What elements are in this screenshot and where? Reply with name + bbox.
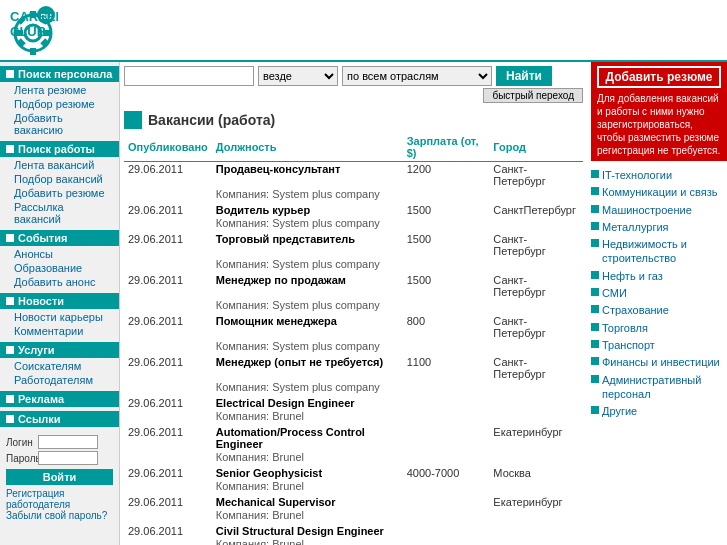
vacancies-title: Вакансии (работа) (148, 112, 275, 128)
company-row: Компания: Brunel (124, 538, 583, 545)
table-row: 29.06.2011 Продавец-консультант 1200 Сан… (124, 162, 583, 189)
sidebar-item-comments[interactable]: Комментарии (0, 324, 119, 338)
table-row: 29.06.2011 Civil Structural Design Engin… (124, 524, 583, 538)
sidebar-item-lens-resume[interactable]: Лента резюме (0, 83, 119, 97)
title-cell: Civil Structural Design Engineer (212, 524, 403, 538)
salary-cell (403, 495, 490, 509)
content-area: везде по всем отраслям Найти быстрый пер… (120, 62, 587, 545)
industry-item: СМИ (591, 285, 727, 301)
industry-link[interactable]: Транспорт (602, 338, 655, 352)
title-cell: Senior Geophysicist (212, 466, 403, 480)
add-resume-box: Добавить резюме Для добавления вакансий … (591, 62, 727, 161)
title-cell: Mechanical Supervisor (212, 495, 403, 509)
sidebar-item-podbor-resume[interactable]: Подбор резюме (0, 97, 119, 111)
industry-select[interactable]: по всем отраслям (342, 66, 492, 86)
job-link[interactable]: Помощник менеджера (216, 315, 337, 327)
job-link[interactable]: Водитель курьер (216, 204, 310, 216)
industry-item: Недвижимость и строительство (591, 236, 727, 267)
company-spacer (124, 217, 212, 232)
sidebar-section-events: События Анонсы Образование Добавить анон… (0, 230, 119, 289)
industry-item: Транспорт (591, 337, 727, 353)
table-row: 29.06.2011 Водитель курьер 1500 СанктПет… (124, 203, 583, 217)
city-cell: Екатеринбург (489, 495, 583, 509)
industry-link[interactable]: Финансы и инвестиции (602, 355, 720, 369)
company-spacer (124, 258, 212, 273)
search-input[interactable] (124, 66, 254, 86)
industry-link[interactable]: Коммуникации и связь (602, 185, 717, 199)
sidebar-item-jobseekers[interactable]: Соискателям (0, 359, 119, 373)
col-position[interactable]: Должность (212, 133, 403, 162)
date-cell: 29.06.2011 (124, 425, 212, 451)
city-cell: Санкт-Петербург (489, 314, 583, 340)
company-row: Компания: System plus company (124, 340, 583, 355)
title-cell: Менеджер (опыт не требуется) (212, 355, 403, 381)
industry-dot (591, 271, 599, 279)
company-spacer (124, 480, 212, 495)
title-cell: Помощник менеджера (212, 314, 403, 340)
sidebar-section-links: Ссылки (0, 411, 119, 427)
col-published[interactable]: Опубликовано (124, 133, 212, 162)
job-link[interactable]: Менеджер по продажам (216, 274, 346, 286)
sidebar-item-employers[interactable]: Работодателям (0, 373, 119, 387)
salary-cell: 1500 (403, 203, 490, 217)
table-row: 29.06.2011 Помощник менеджера 800 Санкт-… (124, 314, 583, 340)
vacancies-table: Опубликовано Должность Зарплата (от, $) … (124, 133, 583, 545)
login-input[interactable] (38, 435, 98, 449)
industry-link[interactable]: Другие (602, 404, 637, 418)
industry-item: IT-технологии (591, 167, 727, 183)
sidebar-item-lens-vacancies[interactable]: Лента вакансий (0, 158, 119, 172)
job-link[interactable]: Electrical Design Engineer (216, 397, 355, 409)
sidebar-item-rassylka[interactable]: Рассылка вакансий (0, 200, 119, 226)
sidebar-item-add-announcement[interactable]: Добавить анонс (0, 275, 119, 289)
industry-link[interactable]: IT-технологии (602, 168, 672, 182)
job-link[interactable]: Менеджер (опыт не требуется) (216, 356, 383, 368)
company-row: Компания: Brunel (124, 480, 583, 495)
sidebar-section-title-ads: Реклама (0, 391, 119, 407)
add-resume-button[interactable]: Добавить резюме (597, 66, 721, 88)
login-label: Логин (6, 437, 38, 448)
date-cell: 29.06.2011 (124, 273, 212, 299)
industry-link[interactable]: Торговля (602, 321, 648, 335)
location-select[interactable]: везде (258, 66, 338, 86)
job-link[interactable]: Automation/Process Control Engineer (216, 426, 365, 450)
industry-link[interactable]: Страхование (602, 303, 669, 317)
sidebar-item-education[interactable]: Образование (0, 261, 119, 275)
city-cell (489, 396, 583, 410)
industry-link[interactable]: СМИ (602, 286, 627, 300)
register-employer-link[interactable]: Регистрация работодателя (6, 488, 113, 510)
industry-item: Другие (591, 403, 727, 419)
col-city[interactable]: Город (489, 133, 583, 162)
sidebar-item-career-news[interactable]: Новости карьеры (0, 310, 119, 324)
col-salary[interactable]: Зарплата (от, $) (403, 133, 490, 162)
login-button[interactable]: Войти (6, 469, 113, 485)
password-input[interactable] (38, 451, 98, 465)
job-link[interactable]: Торговый представитель (216, 233, 355, 245)
industry-item: Финансы и инвестиции (591, 354, 727, 370)
vacancies-icon (124, 111, 142, 129)
search-button[interactable]: Найти (496, 66, 552, 86)
job-link[interactable]: Продавец-консультант (216, 163, 341, 175)
date-cell: 29.06.2011 (124, 396, 212, 410)
company-cell: Компания: System plus company (212, 299, 583, 314)
industry-link[interactable]: Недвижимость и строительство (602, 237, 727, 266)
sidebar-item-announcements[interactable]: Анонсы (0, 247, 119, 261)
sidebar-item-add-vacancy[interactable]: Добавить вакансию (0, 111, 119, 137)
table-row: 29.06.2011 Electrical Design Engineer (124, 396, 583, 410)
table-row: 29.06.2011 Менеджер (опыт не требуется) … (124, 355, 583, 381)
industry-link[interactable]: Металлургия (602, 220, 669, 234)
job-link[interactable]: Civil Structural Design Engineer (216, 525, 384, 537)
job-link[interactable]: Mechanical Supervisor (216, 496, 336, 508)
job-link[interactable]: Senior Geophysicist (216, 467, 322, 479)
forgot-password-link[interactable]: Забыли свой пароль? (6, 510, 113, 521)
date-cell: 29.06.2011 (124, 314, 212, 340)
industry-link[interactable]: Машиностроение (602, 203, 692, 217)
add-resume-description: Для добавления вакансий и работы с ними … (597, 93, 720, 156)
table-row: 29.06.2011 Senior Geophysicist 4000-7000… (124, 466, 583, 480)
industry-link[interactable]: Административный персонал (602, 373, 727, 402)
industry-dot (591, 406, 599, 414)
sidebar-item-add-resume[interactable]: Добавить резюме (0, 186, 119, 200)
salary-cell (403, 425, 490, 451)
industry-link[interactable]: Нефть и газ (602, 269, 663, 283)
sidebar-item-podbor-vacancies[interactable]: Подбор вакансий (0, 172, 119, 186)
quick-nav-button[interactable]: быстрый переход (483, 88, 583, 103)
